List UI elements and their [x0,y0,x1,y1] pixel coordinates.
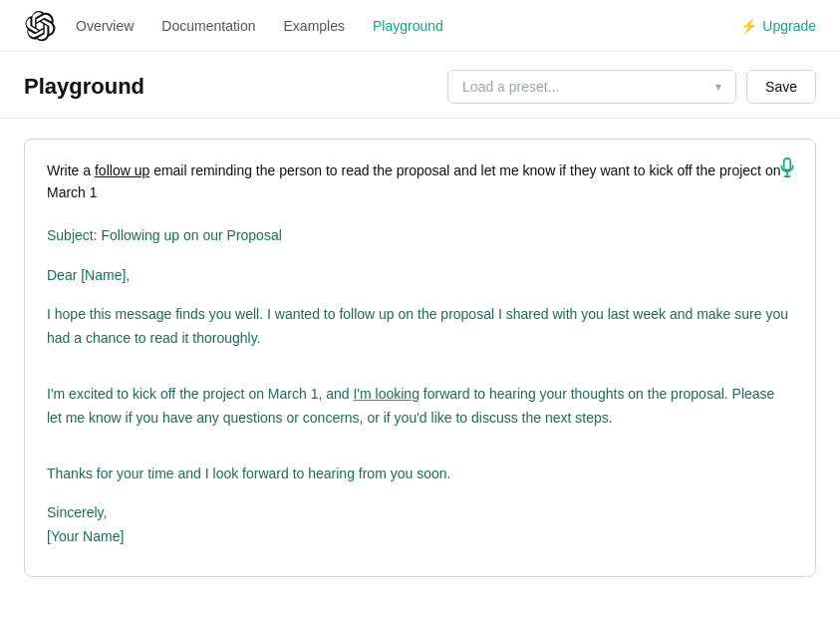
save-button[interactable]: Save [746,70,816,104]
paragraph2-link: I'm looking [353,386,419,402]
main-content: Write a follow up email reminding the pe… [0,119,840,597]
paragraph3: Thanks for your time and I look forward … [47,463,793,486]
nav-playground[interactable]: Playground [373,18,443,34]
preset-placeholder: Load a preset... [462,79,559,95]
playground-box: Write a follow up email reminding the pe… [24,139,816,577]
subject-line: Subject: Following up on our Proposal [47,224,793,248]
nav-examples[interactable]: Examples [284,18,345,34]
generated-email: Subject: Following up on our Proposal De… [47,224,793,549]
page-title: Playground [24,74,144,100]
nav-overview[interactable]: Overview [76,18,134,34]
salutation: Dear [Name], [47,264,793,288]
logo[interactable] [24,10,56,42]
paragraph1: I hope this message finds you well. I wa… [47,303,793,351]
nav-documentation[interactable]: Documentation [161,18,255,34]
prompt-follow-up-link: follow up [95,162,149,178]
bolt-icon: ⚡ [740,18,757,34]
upgrade-button[interactable]: ⚡ Upgrade [740,18,816,34]
page-header: Playground Load a preset... ▾ Save [0,52,840,119]
chevron-down-icon: ▾ [715,80,721,94]
paragraph2-part1: I'm excited to kick off the project on M… [47,386,353,402]
prompt-text: Write a follow up email reminding the pe… [47,159,793,204]
signature: [Your Name] [47,525,793,549]
load-preset-dropdown[interactable]: Load a preset... ▾ [447,70,736,104]
header-controls: Load a preset... ▾ Save [447,70,816,104]
nav-links: Overview Documentation Examples Playgrou… [76,18,740,34]
upgrade-label: Upgrade [762,18,816,34]
mic-icon[interactable] [777,157,797,182]
closing: Sincerely, [47,501,793,525]
paragraph2: I'm excited to kick off the project on M… [47,383,793,431]
navigation: Overview Documentation Examples Playgrou… [0,0,840,52]
